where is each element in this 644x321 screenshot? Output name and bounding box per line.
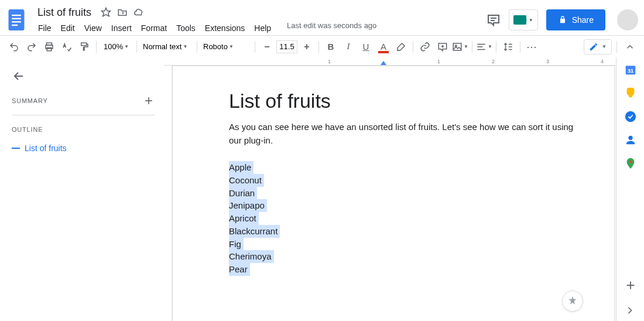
indent-marker-left[interactable] bbox=[381, 61, 386, 65]
maps-icon[interactable] bbox=[624, 157, 637, 170]
ruler-mark: 4 bbox=[601, 59, 604, 64]
separator bbox=[318, 41, 319, 53]
separator bbox=[520, 41, 520, 53]
redo-button[interactable] bbox=[23, 39, 40, 55]
svg-point-29 bbox=[629, 160, 632, 163]
horizontal-ruler[interactable]: 1 1 2 3 4 5 6 7 bbox=[164, 57, 616, 66]
list-item[interactable]: Coconut bbox=[229, 174, 264, 187]
svg-rect-2 bbox=[12, 18, 21, 19]
font-select[interactable]: Roboto▼ bbox=[201, 40, 251, 54]
svg-rect-4 bbox=[12, 25, 18, 26]
separator bbox=[616, 41, 617, 53]
document-page[interactable]: List of fruits As you can see here we ha… bbox=[172, 66, 615, 321]
svg-text:31: 31 bbox=[627, 68, 633, 74]
ruler-mark: 1 bbox=[437, 59, 440, 64]
list-item[interactable]: Blackcurrant bbox=[229, 225, 280, 238]
hide-menus-button[interactable] bbox=[622, 39, 638, 55]
svg-rect-11 bbox=[81, 43, 87, 46]
ruler-mark: 3 bbox=[546, 59, 549, 64]
svg-rect-14 bbox=[453, 43, 461, 50]
separator bbox=[96, 41, 97, 53]
move-folder-icon[interactable] bbox=[117, 7, 128, 18]
chevron-down-icon: ▼ bbox=[488, 44, 492, 49]
keep-icon[interactable] bbox=[624, 87, 637, 100]
underline-button[interactable]: U bbox=[358, 39, 374, 55]
insert-link-button[interactable] bbox=[417, 39, 433, 55]
font-size-decrease[interactable]: − bbox=[259, 39, 275, 55]
text-color-button[interactable]: A bbox=[375, 39, 392, 55]
menu-file[interactable]: File bbox=[34, 21, 56, 35]
chevron-down-icon: ▼ bbox=[602, 44, 607, 49]
separator bbox=[136, 41, 137, 53]
last-edit-status[interactable]: Last edit was seconds ago bbox=[287, 21, 376, 35]
separator bbox=[496, 41, 496, 53]
outline-back-icon[interactable] bbox=[12, 69, 26, 83]
chevron-down-icon: ▼ bbox=[183, 44, 187, 49]
add-addon-icon[interactable] bbox=[624, 279, 637, 292]
explore-icon bbox=[567, 295, 578, 307]
spellcheck-button[interactable] bbox=[59, 39, 75, 55]
separator bbox=[197, 41, 197, 53]
zoom-select[interactable]: 100%▼ bbox=[100, 40, 133, 54]
outline-heading: OUTLINE bbox=[12, 126, 155, 133]
svg-marker-5 bbox=[102, 8, 111, 16]
align-button[interactable]: ▼ bbox=[476, 39, 492, 55]
chevron-down-icon: ▼ bbox=[124, 44, 129, 49]
lock-icon bbox=[558, 15, 567, 25]
list-item[interactable]: Pear bbox=[229, 263, 250, 276]
document-title[interactable]: List of fruits bbox=[34, 5, 95, 20]
outline-item[interactable]: List of fruits bbox=[12, 141, 155, 155]
explore-button[interactable] bbox=[562, 291, 583, 312]
separator bbox=[472, 41, 472, 53]
summary-heading: SUMMARY bbox=[12, 97, 48, 104]
paint-format-button[interactable] bbox=[76, 39, 93, 55]
share-button[interactable]: Share bbox=[546, 9, 605, 30]
meet-button[interactable]: ▼ bbox=[509, 9, 538, 30]
font-size-input[interactable]: 11.5 bbox=[276, 40, 297, 53]
menu-insert[interactable]: Insert bbox=[107, 21, 136, 35]
docs-logo-icon[interactable] bbox=[6, 7, 27, 33]
font-size-increase[interactable]: + bbox=[299, 39, 315, 55]
add-summary-icon[interactable] bbox=[143, 95, 155, 107]
selected-text-block[interactable]: Apple Coconut Durian Jenipapo Apricot Bl… bbox=[229, 161, 579, 276]
ruler-mark: 2 bbox=[492, 59, 495, 64]
svg-point-27 bbox=[625, 111, 635, 122]
contacts-icon[interactable] bbox=[624, 134, 637, 146]
comment-history-icon[interactable] bbox=[487, 13, 501, 27]
list-item[interactable]: Jenipapo bbox=[229, 199, 267, 212]
svg-rect-3 bbox=[12, 21, 21, 22]
cloud-status-icon[interactable] bbox=[133, 7, 144, 18]
calendar-icon[interactable]: 31 bbox=[624, 63, 637, 76]
menu-help[interactable]: Help bbox=[250, 21, 275, 35]
list-item[interactable]: Apricot bbox=[229, 212, 259, 225]
collapse-side-panel-icon[interactable] bbox=[624, 305, 636, 316]
italic-button[interactable]: I bbox=[340, 39, 357, 55]
paragraph-styles-select[interactable]: Normal text▼ bbox=[141, 40, 193, 54]
more-button[interactable]: ⋯ bbox=[524, 39, 540, 55]
document-paragraph[interactable]: As you can see here we have an unsorted … bbox=[229, 121, 579, 147]
pencil-icon bbox=[589, 42, 598, 52]
list-item[interactable]: Apple bbox=[229, 161, 254, 174]
list-item[interactable]: Fig bbox=[229, 238, 244, 251]
account-avatar[interactable] bbox=[617, 9, 638, 30]
editing-mode-button[interactable]: ▼ bbox=[584, 39, 612, 54]
highlight-color-button[interactable] bbox=[393, 39, 409, 55]
bold-button[interactable]: B bbox=[323, 39, 339, 55]
undo-button[interactable] bbox=[6, 39, 22, 55]
tasks-icon[interactable] bbox=[624, 110, 637, 123]
menu-tools[interactable]: Tools bbox=[172, 21, 200, 35]
print-button[interactable] bbox=[41, 39, 57, 55]
insert-image-button[interactable]: ▼ bbox=[452, 39, 468, 55]
add-comment-button[interactable] bbox=[434, 39, 451, 55]
menu-view[interactable]: View bbox=[80, 21, 106, 35]
menu-format[interactable]: Format bbox=[137, 21, 171, 35]
chevron-down-icon: ▼ bbox=[229, 44, 234, 49]
document-heading[interactable]: List of fruits bbox=[229, 90, 579, 112]
menu-edit[interactable]: Edit bbox=[57, 21, 79, 35]
menu-extensions[interactable]: Extensions bbox=[201, 21, 249, 35]
star-icon[interactable] bbox=[101, 7, 111, 18]
line-spacing-button[interactable] bbox=[500, 39, 516, 55]
list-item[interactable]: Cherimoya bbox=[229, 250, 274, 263]
vertical-ruler[interactable] bbox=[164, 66, 172, 321]
list-item[interactable]: Durian bbox=[229, 187, 257, 200]
